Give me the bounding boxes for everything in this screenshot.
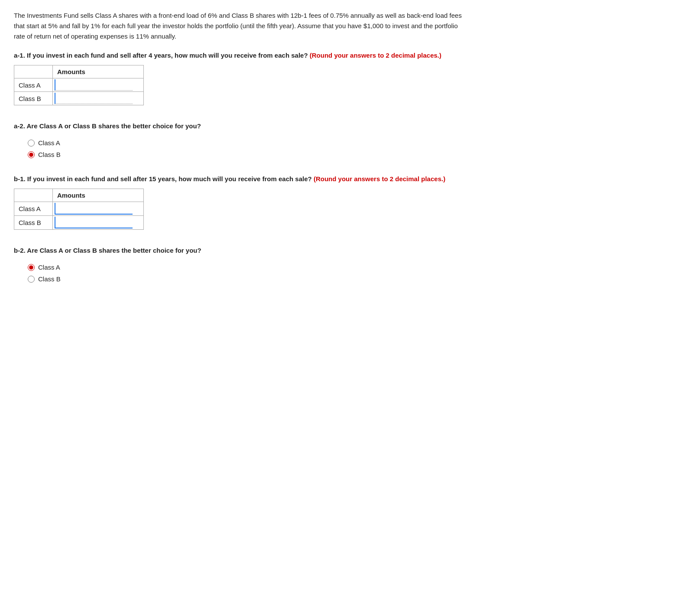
a1-class-a-input-cell xyxy=(52,78,143,92)
b1-section: b-1. If you invest in each fund and sell… xyxy=(14,174,463,230)
b1-table-amounts-header: Amounts xyxy=(52,189,143,202)
a2-option-class-a-label: Class A xyxy=(38,139,60,147)
a2-option-class-b-label: Class B xyxy=(38,151,61,158)
b2-radio-group: Class A Class B xyxy=(28,264,463,283)
b1-label: b-1. xyxy=(14,175,26,182)
b1-question-text: If you invest in each fund and sell afte… xyxy=(27,175,314,182)
a1-class-a-label: Class A xyxy=(14,78,53,92)
b2-option-class-a[interactable]: Class A xyxy=(28,264,463,271)
b2-option-class-b[interactable]: Class B xyxy=(28,275,463,283)
a1-class-b-input-cell xyxy=(52,92,143,105)
b1-table-empty-header xyxy=(14,189,53,202)
b2-option-class-b-label: Class B xyxy=(38,275,61,283)
b1-class-b-input-cell xyxy=(52,216,143,230)
a2-radio-class-b[interactable] xyxy=(28,151,35,158)
table-row: Class B xyxy=(14,216,144,230)
a2-label: a-2. xyxy=(14,122,25,130)
a2-radio-class-a[interactable] xyxy=(28,140,35,147)
a1-table-section: Amounts Class A Class B xyxy=(14,65,463,105)
b1-question-label: b-1. If you invest in each fund and sell… xyxy=(14,174,463,184)
a1-class-b-label: Class B xyxy=(14,92,53,105)
a1-class-b-input[interactable] xyxy=(55,93,133,104)
table-row: Class A xyxy=(14,202,144,216)
b2-option-class-a-label: Class A xyxy=(38,264,60,271)
a1-class-a-input[interactable] xyxy=(55,79,133,91)
a1-table-empty-header xyxy=(14,65,53,78)
a1-table: Amounts Class A Class B xyxy=(14,65,144,105)
a1-table-amounts-header: Amounts xyxy=(52,65,143,78)
b1-table: Amounts Class A Class B xyxy=(14,189,144,230)
a2-section: a-2. Are Class A or Class B shares the b… xyxy=(14,121,463,158)
a1-question-text: If you invest in each fund and sell afte… xyxy=(27,52,310,59)
b2-label: b-2. xyxy=(14,247,26,254)
a1-question-label: a-1. If you invest in each fund and sell… xyxy=(14,50,463,61)
a2-option-class-a[interactable]: Class A xyxy=(28,139,463,147)
b2-question-text: Are Class A or Class B shares the better… xyxy=(27,247,201,254)
a2-option-class-b[interactable]: Class B xyxy=(28,151,463,158)
table-row: Class A xyxy=(14,78,144,92)
intro-text: The Investments Fund sells Class A share… xyxy=(14,10,463,42)
b1-table-section: Amounts Class A Class B xyxy=(14,189,463,230)
b1-class-a-input-cell xyxy=(52,202,143,216)
table-row: Class B xyxy=(14,92,144,105)
a1-highlight: (Round your answers to 2 decimal places.… xyxy=(310,52,441,59)
b1-class-a-input[interactable] xyxy=(55,203,133,215)
b2-question-label: b-2. Are Class A or Class B shares the b… xyxy=(14,245,463,256)
b2-section: b-2. Are Class A or Class B shares the b… xyxy=(14,245,463,283)
a1-label: a-1. xyxy=(14,52,25,59)
b2-radio-class-a[interactable] xyxy=(28,264,35,271)
b1-class-b-label: Class B xyxy=(14,216,53,230)
a2-question-label: a-2. Are Class A or Class B shares the b… xyxy=(14,121,463,131)
b1-class-a-label: Class A xyxy=(14,202,53,216)
b1-highlight: (Round your answers to 2 decimal places.… xyxy=(314,175,445,182)
b1-class-b-input[interactable] xyxy=(55,217,133,228)
a2-radio-group: Class A Class B xyxy=(28,139,463,158)
a2-question-text: Are Class A or Class B shares the better… xyxy=(26,122,201,130)
b2-radio-class-b[interactable] xyxy=(28,276,35,283)
